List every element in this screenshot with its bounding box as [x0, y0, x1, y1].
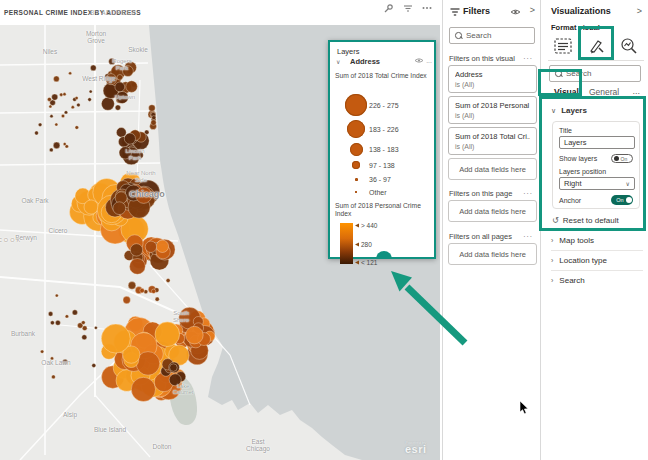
- add-data-fields-dropzone[interactable]: Add data fields here: [448, 200, 537, 222]
- crime-bubble[interactable]: [52, 375, 56, 379]
- analytics-icon[interactable]: [619, 36, 639, 56]
- crime-bubble[interactable]: [64, 111, 67, 114]
- crime-bubble[interactable]: [49, 148, 53, 152]
- crime-bubble[interactable]: [88, 98, 92, 102]
- crime-bubble[interactable]: [72, 310, 77, 315]
- crime-bubble[interactable]: [35, 131, 39, 135]
- eye-icon[interactable]: [510, 8, 521, 16]
- add-data-fields-dropzone[interactable]: Add data fields here: [448, 158, 537, 180]
- crime-bubble[interactable]: [65, 315, 68, 318]
- crime-bubble[interactable]: [63, 93, 66, 96]
- crime-bubble[interactable]: [52, 94, 58, 100]
- crime-bubble[interactable]: [149, 105, 156, 112]
- map-visual[interactable]: PERSONAL CRIME INDEX BY ADDRESS BY ADDRE…: [0, 0, 440, 460]
- crime-bubble[interactable]: [54, 76, 60, 82]
- crime-bubble[interactable]: [92, 364, 96, 368]
- layers-legend-panel[interactable]: Layers ∨ Address ... Sum of 2018 Total C…: [328, 40, 436, 259]
- crime-bubble[interactable]: [49, 105, 52, 108]
- crime-bubble[interactable]: [77, 103, 81, 107]
- crime-bubble[interactable]: [119, 147, 131, 159]
- crime-bubble[interactable]: [124, 133, 135, 144]
- crime-bubble[interactable]: [55, 320, 60, 325]
- crime-bubble[interactable]: [84, 200, 98, 214]
- tabs-more-icon[interactable]: ...: [632, 86, 640, 96]
- filter-icon[interactable]: [403, 3, 413, 13]
- crime-bubble[interactable]: [113, 202, 126, 215]
- crime-bubble[interactable]: [55, 123, 58, 126]
- viz-section-map-tools[interactable]: ›Map tools: [551, 230, 643, 250]
- crime-bubble[interactable]: [155, 322, 180, 347]
- filter-card[interactable]: Sum of 2018 Total Cri...is (All): [448, 127, 537, 155]
- crime-bubble[interactable]: [90, 65, 96, 71]
- crime-bubble[interactable]: [50, 357, 53, 360]
- build-visual-icon[interactable]: [553, 36, 573, 56]
- crime-bubble[interactable]: [170, 364, 178, 372]
- crime-bubble[interactable]: [136, 187, 152, 203]
- filter-card[interactable]: Sum of 2018 Personal ...is (All): [448, 96, 537, 124]
- crime-bubble[interactable]: [123, 66, 134, 77]
- crime-bubble[interactable]: [53, 142, 60, 149]
- crime-bubble[interactable]: [156, 240, 168, 252]
- add-data-fields-dropzone[interactable]: Add data fields here: [448, 243, 537, 265]
- crime-bubble[interactable]: [75, 126, 79, 130]
- filter-card[interactable]: Addressis (All): [448, 65, 537, 93]
- crime-bubble[interactable]: [155, 297, 159, 301]
- crime-bubble[interactable]: [130, 244, 142, 256]
- crime-bubble[interactable]: [145, 241, 156, 252]
- collapse-pane-icon[interactable]: >: [637, 6, 642, 16]
- crime-bubble[interactable]: [101, 97, 114, 110]
- crime-bubble[interactable]: [166, 279, 170, 283]
- crime-bubble[interactable]: [38, 123, 42, 127]
- crime-bubble[interactable]: [48, 312, 53, 317]
- crime-bubble[interactable]: [106, 74, 117, 85]
- more-options-icon[interactable]: [422, 3, 432, 13]
- crime-bubble[interactable]: [126, 81, 138, 93]
- legend-more-icon[interactable]: ...: [426, 57, 432, 64]
- crime-bubble[interactable]: [75, 96, 78, 99]
- crime-bubble[interactable]: [123, 296, 130, 303]
- filter-field-name: Address: [455, 70, 530, 79]
- crime-bubble[interactable]: [151, 120, 156, 125]
- crime-bubble[interactable]: [50, 321, 54, 325]
- crime-bubble[interactable]: [152, 116, 156, 120]
- filters-search-input[interactable]: Search: [449, 27, 535, 44]
- viz-section-search[interactable]: ›Search: [551, 270, 643, 290]
- crime-bubble[interactable]: [40, 350, 43, 353]
- crime-bubble[interactable]: [115, 105, 120, 110]
- crime-bubble[interactable]: [60, 93, 63, 96]
- crime-bubble[interactable]: [94, 326, 97, 329]
- crime-bubble[interactable]: [47, 97, 51, 101]
- crime-bubble[interactable]: [169, 374, 181, 386]
- crime-bubble[interactable]: [131, 377, 155, 401]
- crime-bubble[interactable]: [140, 288, 145, 293]
- crime-bubble[interactable]: [101, 324, 130, 353]
- group-more-icon[interactable]: ...: [523, 52, 533, 61]
- crime-bubble[interactable]: [50, 115, 53, 118]
- collapse-pane-icon[interactable]: >: [530, 5, 535, 15]
- chevron-down-icon[interactable]: ∨: [336, 58, 340, 65]
- crime-bubble[interactable]: [128, 282, 136, 290]
- crime-bubble[interactable]: [82, 335, 87, 340]
- crime-bubble[interactable]: [130, 259, 146, 275]
- pin-icon[interactable]: [384, 3, 394, 13]
- crime-bubble[interactable]: [55, 294, 58, 297]
- crime-bubble[interactable]: [109, 58, 115, 64]
- crime-bubble[interactable]: [69, 72, 72, 75]
- crime-bubble[interactable]: [62, 359, 67, 364]
- crime-bubble[interactable]: [71, 106, 74, 109]
- group-more-icon[interactable]: ...: [523, 187, 533, 196]
- legend-layer-row[interactable]: ∨ Address ...: [334, 57, 430, 68]
- viz-section-location-type[interactable]: ›Location type: [551, 250, 643, 270]
- crime-bubble[interactable]: [151, 289, 155, 293]
- crime-bubble[interactable]: [116, 91, 128, 103]
- crime-bubble[interactable]: [63, 143, 66, 146]
- crime-bubble[interactable]: [117, 75, 123, 81]
- crime-bubble[interactable]: [115, 82, 125, 92]
- crime-bubble[interactable]: [81, 321, 85, 325]
- crime-bubble[interactable]: [186, 326, 204, 344]
- legend-drag-handle[interactable]: [376, 251, 392, 259]
- crime-bubble[interactable]: [61, 114, 64, 117]
- eye-icon[interactable]: [414, 57, 424, 64]
- group-more-icon[interactable]: ...: [523, 230, 533, 239]
- crime-bubble[interactable]: [89, 90, 92, 93]
